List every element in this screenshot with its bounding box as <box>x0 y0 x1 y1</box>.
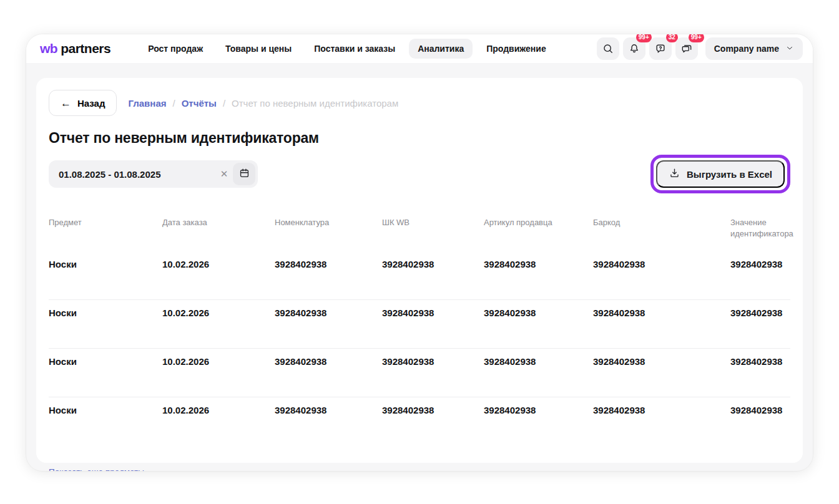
table-row: Носки 10.02.2026 3928402938 3928402938 3… <box>49 251 790 300</box>
calendar-icon <box>238 167 250 182</box>
column-header-shk-wb: ШК WB <box>382 217 484 240</box>
column-header-order-date: Дата заказа <box>162 217 275 240</box>
back-arrow-icon: ← <box>61 98 71 109</box>
nav-item-analytics[interactable]: Аналитика <box>409 39 473 59</box>
breadcrumb: Главная / Отчёты / Отчет по неверным иде… <box>128 98 398 109</box>
top-navigation-bar: wb partners Рост продаж Товары и цены По… <box>26 34 813 63</box>
highlight-annotation: Выгрузить в Excel <box>650 155 790 193</box>
export-excel-label: Выгрузить в Excel <box>687 169 772 180</box>
date-range-value: 01.08.2025 - 01.08.2025 <box>59 169 215 180</box>
cell-identifier-value: 3928402938 <box>730 259 790 299</box>
logo-wb-text: wb <box>40 41 57 56</box>
wb-partners-logo[interactable]: wb partners <box>40 41 110 56</box>
cell-nomenclature: 3928402938 <box>275 356 382 397</box>
cell-shk-wb: 3928402938 <box>382 259 484 299</box>
account-name: Company name <box>714 44 779 54</box>
nav-item-supplies-orders[interactable]: Поставки и заказы <box>305 39 404 59</box>
cell-subject: Носки <box>49 259 162 299</box>
cell-barcode: 3928402938 <box>593 259 730 299</box>
cell-order-date: 10.02.2026 <box>162 259 275 299</box>
notifications-button[interactable]: 99+ <box>623 37 645 60</box>
table-row: Носки 10.02.2026 3928402938 3928402938 3… <box>49 397 790 446</box>
cell-identifier-value: 3928402938 <box>730 308 790 348</box>
cell-subject: Носки <box>49 405 162 446</box>
cell-order-date: 10.02.2026 <box>162 405 275 446</box>
column-header-subject: Предмет <box>49 217 162 240</box>
table-body: Носки 10.02.2026 3928402938 3928402938 3… <box>49 251 790 446</box>
breadcrumb-separator: / <box>223 98 225 109</box>
cell-subject: Носки <box>49 308 162 348</box>
search-icon <box>602 42 614 55</box>
column-header-barcode: Баркод <box>593 217 730 240</box>
cell-shk-wb: 3928402938 <box>382 308 484 348</box>
report-card: ← Назад Главная / Отчёты / Отчет по неве… <box>36 78 803 463</box>
clear-date-icon[interactable]: ✕ <box>215 165 233 183</box>
column-header-identifier-value: Значение идентификатора <box>730 217 790 240</box>
cell-shk-wb: 3928402938 <box>382 356 484 397</box>
cell-order-date: 10.02.2026 <box>162 356 275 397</box>
cell-identifier-value: 3928402938 <box>730 356 790 397</box>
top-actions: 99+ 32 99+ Company name <box>597 37 803 60</box>
page-title: Отчет по неверным идентификаторам <box>49 130 790 147</box>
support-button[interactable]: 32 <box>649 37 672 60</box>
cell-nomenclature: 3928402938 <box>275 405 382 446</box>
account-menu[interactable]: Company name <box>705 37 803 60</box>
download-icon <box>669 167 680 181</box>
breadcrumb-separator: / <box>173 98 175 109</box>
column-header-nomenclature: Номенклатура <box>275 217 382 240</box>
cell-shk-wb: 3928402938 <box>382 405 484 446</box>
cell-nomenclature: 3928402938 <box>275 308 382 348</box>
cell-seller-article: 3928402938 <box>484 308 593 348</box>
cell-barcode: 3928402938 <box>593 308 730 348</box>
main-nav: Рост продаж Товары и цены Поставки и зак… <box>139 39 597 59</box>
table-row: Носки 10.02.2026 3928402938 3928402938 3… <box>49 349 790 397</box>
chat-bubbles-icon <box>680 42 693 55</box>
nav-item-sales-growth[interactable]: Рост продаж <box>139 39 212 59</box>
cell-seller-article: 3928402938 <box>484 356 593 397</box>
search-button[interactable] <box>597 37 619 60</box>
cell-nomenclature: 3928402938 <box>275 259 382 299</box>
calendar-button[interactable] <box>233 163 255 185</box>
cell-seller-article: 3928402938 <box>484 405 593 446</box>
controls-row: 01.08.2025 - 01.08.2025 ✕ Выгрузить в Ex… <box>49 155 790 193</box>
help-bubble-icon <box>654 42 667 55</box>
logo-partners-text: partners <box>61 41 110 56</box>
export-excel-button[interactable]: Выгрузить в Excel <box>656 160 785 188</box>
chat-badge: 99+ <box>689 34 704 42</box>
date-range-picker[interactable]: 01.08.2025 - 01.08.2025 ✕ <box>49 160 258 188</box>
table-row: Носки 10.02.2026 3928402938 3928402938 3… <box>49 300 790 349</box>
nav-item-promotion[interactable]: Продвижение <box>478 39 554 59</box>
chat-button[interactable]: 99+ <box>675 37 698 60</box>
cell-barcode: 3928402938 <box>593 356 730 397</box>
cell-identifier-value: 3928402938 <box>730 405 790 446</box>
nav-item-goods-prices[interactable]: Товары и цены <box>217 39 300 59</box>
breadcrumb-row: ← Назад Главная / Отчёты / Отчет по неве… <box>49 90 790 116</box>
cell-order-date: 10.02.2026 <box>162 308 275 348</box>
column-header-seller-article: Артикул продавца <box>484 217 593 240</box>
app-window: wb partners Рост продаж Товары и цены По… <box>26 34 813 471</box>
breadcrumb-current: Отчет по неверным идентификаторам <box>232 98 398 109</box>
breadcrumb-home-link[interactable]: Главная <box>128 98 166 109</box>
cell-barcode: 3928402938 <box>593 405 730 446</box>
back-label: Назад <box>77 98 105 109</box>
chevron-down-icon <box>785 44 794 54</box>
cell-subject: Носки <box>49 356 162 397</box>
show-more-link[interactable]: Показать еще предметы <box>49 467 144 471</box>
back-button[interactable]: ← Назад <box>49 90 117 116</box>
table-header: Предмет Дата заказа Номенклатура ШК WB А… <box>49 217 790 240</box>
breadcrumb-reports-link[interactable]: Отчёты <box>182 98 217 109</box>
bell-icon <box>628 42 640 55</box>
cell-seller-article: 3928402938 <box>484 259 593 299</box>
